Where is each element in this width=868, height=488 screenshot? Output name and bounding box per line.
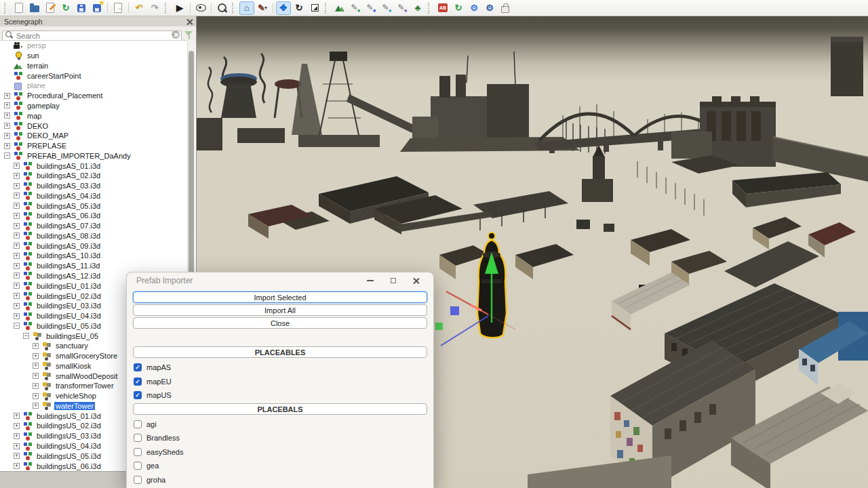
expand-toggle-icon[interactable]: + (14, 293, 20, 299)
gizmo-z-handle[interactable] (450, 306, 459, 315)
minimize-icon[interactable] (359, 274, 382, 287)
checkbox-row-agi[interactable]: agi (134, 420, 427, 428)
expand-toggle-icon[interactable]: + (14, 283, 20, 289)
new-doc-icon[interactable] (12, 1, 26, 15)
checkbox-checked-icon[interactable]: ✓ (134, 363, 142, 371)
checkbox-unchecked-icon[interactable] (134, 476, 142, 484)
scrollbar-thumb[interactable] (189, 51, 194, 281)
tree-item-deko[interactable]: +DEKO (0, 121, 196, 131)
close-icon[interactable] (405, 274, 428, 287)
expand-toggle-icon[interactable]: + (14, 183, 20, 189)
expand-toggle-icon[interactable]: + (14, 213, 20, 219)
expand-toggle-icon[interactable]: + (14, 303, 20, 309)
rotate-icon[interactable]: ↻ (292, 1, 307, 15)
expand-toggle-icon[interactable]: + (14, 443, 20, 449)
doc-edit-icon[interactable] (43, 1, 58, 15)
expand-toggle-icon[interactable]: + (33, 373, 39, 379)
tree-item-persp[interactable]: persp (0, 41, 196, 51)
tree-item-buildingsas-04-i3d[interactable]: +buildingsAS_04.i3d (0, 190, 196, 201)
close-button[interactable]: Close (133, 317, 427, 329)
expand-toggle-icon[interactable]: + (14, 313, 20, 319)
tree-item-buildingsas-10-i3d[interactable]: +buildingsAS_10.i3d (0, 251, 196, 261)
tree-item-buildingsas-09-i3d[interactable]: +buildingsAS_09.i3d (0, 241, 196, 251)
expand-toggle-icon[interactable]: + (14, 223, 20, 229)
bag-icon[interactable] (498, 1, 513, 15)
close-icon[interactable] (186, 18, 193, 24)
tree-item-buildingsas-07-i3d[interactable]: +buildingsAS_07.i3d (0, 221, 196, 231)
checkbox-checked-icon[interactable]: ✓ (134, 378, 142, 386)
checkbox-unchecked-icon[interactable] (134, 448, 142, 456)
tree-item-gameplay[interactable]: +gameplay (0, 101, 196, 111)
checkbox-row-gea[interactable]: gea (134, 462, 427, 470)
expand-toggle-icon[interactable]: + (14, 232, 20, 239)
expand-toggle-icon[interactable]: + (4, 113, 10, 119)
tree-item-map[interactable]: +map (0, 110, 196, 121)
import-all-button[interactable]: Import All (133, 304, 427, 316)
checkbox-row-easysheds[interactable]: easySheds (134, 447, 427, 456)
checkbox-checked-icon[interactable]: ✓ (134, 391, 142, 399)
checkbox-row-mapas[interactable]: ✓mapAS (134, 363, 427, 372)
tree-item-prefab-importer-daandy[interactable]: −PREFAB_IMPORTER_DaAndy (0, 150, 196, 161)
tree-icon[interactable]: ♣ (410, 1, 425, 15)
tree-item-buildingsas-03-i3d[interactable]: +buildingsAS_03.i3d (0, 181, 196, 191)
doc-export-icon[interactable] (111, 1, 125, 15)
tree-item-terrain[interactable]: terrain (0, 61, 196, 71)
checkbox-row-brandless[interactable]: Brandless (134, 434, 427, 443)
expand-toggle-icon[interactable]: + (4, 123, 10, 129)
terrain-brush-blue-icon[interactable] (363, 1, 378, 15)
tree-item-sun[interactable]: sun (0, 51, 196, 61)
expand-toggle-icon[interactable]: + (14, 163, 20, 169)
refresh-icon[interactable]: ↻ (58, 1, 73, 15)
expand-toggle-icon[interactable]: + (33, 343, 39, 349)
expand-toggle-icon[interactable]: + (14, 243, 20, 249)
expand-toggle-icon[interactable]: + (33, 393, 39, 399)
tree-item-deko-map[interactable]: +DEKO_MAP (0, 131, 196, 141)
expand-toggle-icon[interactable]: + (14, 453, 20, 459)
expand-toggle-icon[interactable]: + (14, 253, 20, 259)
brush-dropdown-icon[interactable]: ✎▾ (255, 1, 270, 15)
terrain-brush-green-icon[interactable] (348, 1, 363, 15)
move-icon[interactable]: ✥ (276, 1, 291, 15)
open-folder-icon[interactable] (27, 1, 42, 15)
expand-toggle-icon[interactable]: + (14, 192, 20, 199)
expand-toggle-icon[interactable]: + (33, 383, 39, 389)
terrain-brush-purple-icon[interactable] (395, 1, 410, 15)
expand-toggle-icon[interactable]: + (14, 433, 20, 439)
tree-item-careerstartpoint[interactable]: careerStartPoint (0, 70, 196, 81)
expand-toggle-icon[interactable]: + (14, 173, 20, 179)
tree-item-procedural-placement[interactable]: +Procedural_Placement (0, 91, 196, 101)
collapse-toggle-icon[interactable]: − (4, 152, 10, 159)
expand-toggle-icon[interactable]: + (14, 263, 20, 269)
gear-blue-icon[interactable]: ⚙ (467, 1, 481, 15)
undo-icon[interactable]: ↶ (132, 1, 146, 15)
terrain-sculpt-icon[interactable] (332, 1, 347, 15)
expand-toggle-icon[interactable]: + (14, 413, 20, 419)
expand-toggle-icon[interactable]: + (4, 102, 10, 108)
clear-search-icon[interactable] (172, 30, 180, 39)
scale-icon[interactable] (307, 1, 322, 15)
refresh-green-icon[interactable]: ↻ (451, 1, 466, 15)
collapse-toggle-icon[interactable]: − (23, 333, 29, 339)
tree-item-buildingsas-01-i3d[interactable]: +buildingsAS_01.i3d (0, 161, 196, 171)
expand-toggle-icon[interactable]: + (33, 363, 39, 369)
checkbox-unchecked-icon[interactable] (134, 434, 142, 442)
expand-toggle-icon[interactable]: + (14, 272, 20, 279)
checkbox-unchecked-icon[interactable] (134, 462, 142, 470)
tree-item-buildingsas-11-i3d[interactable]: +buildingsAS_11.i3d (0, 261, 196, 271)
tree-item-plane[interactable]: plane (0, 81, 196, 91)
section-header-placebals[interactable]: PLACEBALS (133, 403, 427, 415)
checkbox-unchecked-icon[interactable] (134, 420, 142, 428)
terrain-brush-teal-icon[interactable] (379, 1, 394, 15)
tree-item-buildingsas-05-i3d[interactable]: +buildingsAS_05.i3d (0, 201, 196, 211)
section-header-placeables[interactable]: PLACEABLES (133, 346, 427, 358)
tree-item-preplase[interactable]: +PREPLASE (0, 141, 196, 151)
checkbox-row-groha[interactable]: groha (134, 475, 427, 484)
redo-icon[interactable]: ↷ (147, 1, 162, 15)
tree-item-buildingsas-02-i3d[interactable]: +buildingsAS_02.i3d (0, 171, 196, 181)
filter-funnel-icon[interactable] (184, 30, 194, 40)
maximize-icon[interactable] (382, 274, 405, 287)
expand-toggle-icon[interactable]: + (4, 133, 10, 139)
expand-toggle-icon[interactable]: + (4, 93, 10, 99)
abc-cube-icon[interactable] (435, 1, 450, 15)
eye-icon[interactable] (193, 1, 208, 15)
